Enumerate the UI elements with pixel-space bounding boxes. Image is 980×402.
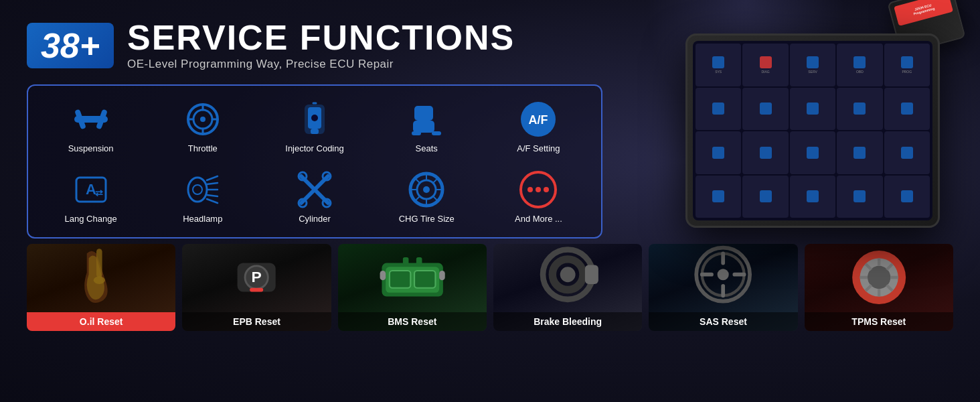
svg-line-26 [207, 176, 218, 180]
svg-rect-64 [380, 271, 386, 280]
headlamp-icon [183, 170, 223, 210]
page-content: 38+ SERVICE FUNCTIONS OE-Level Programmi… [0, 0, 980, 402]
svg-point-68 [560, 267, 576, 282]
cylinder-label: Cylinder [299, 214, 331, 224]
svg-point-9 [200, 117, 206, 122]
title-block: SERVICE FUNCTIONS OE-Level Programming W… [127, 20, 515, 71]
functions-grid: Suspension Throttle [27, 84, 602, 239]
svg-line-30 [207, 199, 218, 203]
svg-line-29 [207, 195, 218, 196]
injector-icon [295, 99, 335, 139]
screen-icon-9 [837, 88, 882, 131]
af-label: A/F Setting [517, 143, 560, 153]
seats-icon [406, 99, 446, 139]
func-injector[interactable]: Injector Coding [258, 94, 370, 159]
screen-icon-1: SYS [696, 44, 741, 86]
screen-icon-6 [696, 88, 741, 131]
func-seats[interactable]: Seats [371, 94, 483, 159]
func-af[interactable]: A/F A/F Setting [483, 94, 594, 159]
screen-icon-13 [790, 131, 835, 174]
screen-icon-18 [790, 176, 835, 218]
svg-point-53 [94, 277, 105, 284]
dongle-screen: J2534 ECUProgramming [894, 0, 953, 26]
screen-icon-7 [742, 88, 788, 131]
reset-brake[interactable]: Brake Bleeding [493, 244, 642, 331]
tpms-label: TPMS Reset [805, 312, 953, 331]
func-throttle[interactable]: Throttle [147, 94, 258, 159]
screen-icon-12 [742, 131, 788, 174]
svg-point-49 [527, 187, 533, 192]
svg-rect-17 [412, 131, 421, 135]
svg-rect-63 [416, 257, 422, 265]
more-label: And More ... [515, 214, 562, 224]
headlamp-label: Headlamp [183, 214, 222, 224]
svg-rect-62 [403, 257, 409, 265]
sub-title: OE-Level Programming Way, Precise ECU Re… [127, 58, 515, 71]
func-lang[interactable]: A ⇄ Lang Change [35, 164, 147, 229]
func-suspension[interactable]: Suspension [35, 94, 147, 159]
screen-icon-4: OBD [837, 44, 882, 86]
cylinder-icon [295, 170, 335, 210]
epb-label: EPB Reset [182, 312, 331, 331]
func-more[interactable]: And More ... [483, 164, 594, 229]
func-cylinder[interactable]: Cylinder [258, 164, 370, 229]
svg-line-45 [433, 196, 437, 200]
svg-line-27 [207, 183, 218, 184]
seats-label: Seats [416, 143, 438, 153]
badge-number: 38+ [41, 28, 100, 63]
screen-icon-2: DIAG [742, 44, 788, 86]
sas-label: SAS Reset [649, 312, 797, 331]
throttle-label: Throttle [188, 143, 218, 153]
screen-icon-20 [884, 176, 930, 218]
main-title: SERVICE FUNCTIONS [127, 20, 515, 55]
brake-label: Brake Bleeding [493, 312, 642, 331]
svg-rect-52 [96, 249, 102, 277]
af-icon: A/F [518, 99, 558, 139]
reset-oil[interactable]: O.il Reset [27, 244, 175, 331]
svg-rect-60 [390, 271, 410, 288]
svg-text:A/F: A/F [529, 113, 548, 127]
oil-label: O.il Reset [27, 312, 175, 331]
more-icon [518, 170, 558, 210]
tire-icon [406, 170, 446, 210]
svg-rect-15 [414, 106, 433, 121]
svg-rect-16 [413, 121, 434, 133]
bms-label: BMS Reset [338, 312, 487, 331]
throttle-icon [183, 99, 223, 139]
suspension-label: Suspension [68, 143, 114, 153]
svg-rect-57 [250, 288, 263, 292]
badge-38plus: 38+ [27, 23, 114, 68]
svg-point-50 [536, 187, 541, 192]
svg-text:P: P [252, 268, 262, 285]
functions-row-1: Suspension Throttle [35, 94, 594, 159]
svg-point-13 [311, 115, 318, 121]
func-headlamp[interactable]: Headlamp [147, 164, 258, 229]
tablet-device: SYS DIAG SERV OBD PROG [685, 34, 940, 228]
svg-text:⇄: ⇄ [95, 188, 103, 198]
svg-line-47 [416, 196, 420, 200]
lang-icon: A ⇄ [71, 170, 111, 210]
svg-point-39 [423, 186, 430, 193]
svg-rect-69 [585, 265, 598, 284]
epb-bg: P EPB Reset [182, 244, 331, 331]
svg-rect-12 [311, 129, 319, 134]
screen-icon-3: SERV [790, 44, 835, 86]
reset-epb[interactable]: P EPB Reset [182, 244, 331, 331]
functions-row-2: A ⇄ Lang Change [35, 164, 594, 229]
screen-icon-16 [696, 176, 741, 218]
brake-bg: Brake Bleeding [493, 244, 642, 331]
suspension-icon [71, 99, 111, 139]
svg-point-24 [188, 178, 207, 202]
screen-icon-11 [696, 131, 741, 174]
screen-icon-15 [884, 131, 930, 174]
reset-bms[interactable]: BMS Reset [338, 244, 487, 331]
svg-rect-18 [432, 131, 441, 135]
screen-icon-5: PROG [884, 44, 930, 86]
func-tire[interactable]: CHG Tire Size [371, 164, 483, 229]
svg-rect-61 [414, 271, 435, 288]
svg-rect-65 [439, 271, 445, 280]
screen-icon-8 [790, 88, 835, 131]
lang-label: Lang Change [65, 214, 117, 224]
device-container: J2534 ECUProgramming SYS DIAG SERV OBD P… [632, 13, 967, 295]
oil-bg: O.il Reset [27, 244, 175, 331]
